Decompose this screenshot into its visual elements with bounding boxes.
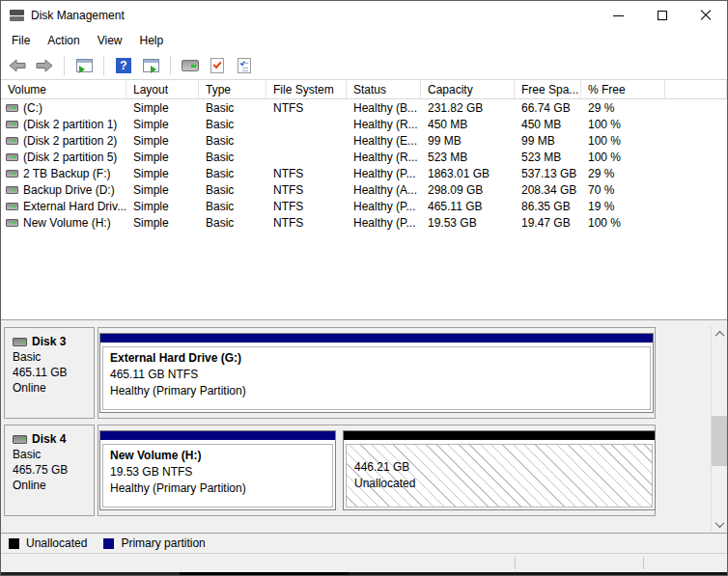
partition-unallocated[interactable]: 446.21 GB Unallocated xyxy=(343,430,656,510)
column-header-capacity[interactable]: Capacity xyxy=(421,80,515,98)
properties-button[interactable] xyxy=(234,55,255,76)
column-header-pct-free[interactable]: % Free xyxy=(581,80,665,98)
column-header-status[interactable]: Status xyxy=(347,80,421,98)
menu-help[interactable]: Help xyxy=(131,31,173,50)
volume-pct-free: 70 % xyxy=(581,181,665,198)
rescan-disks-button[interactable] xyxy=(180,55,201,76)
column-header-layout[interactable]: Layout xyxy=(126,80,199,98)
help-button[interactable]: ? xyxy=(113,55,134,76)
toolbar: ? xyxy=(1,51,727,80)
volume-pct-free: 29 % xyxy=(581,165,665,181)
scroll-up-button[interactable] xyxy=(712,326,728,343)
volume-layout: Simple xyxy=(126,165,199,181)
disk-name: Disk 4 xyxy=(32,431,66,447)
vertical-scrollbar[interactable] xyxy=(711,326,727,533)
status-bar xyxy=(1,553,727,572)
partition-external-hard-drive-g[interactable]: External Hard Drive (G:) 465.11 GB NTFS … xyxy=(99,333,654,413)
show-console-tree-button[interactable] xyxy=(73,55,95,76)
column-header-filler xyxy=(665,80,727,98)
volume-list: Volume Layout Type File System Status Ca… xyxy=(1,80,727,319)
table-row[interactable]: (Disk 2 partition 5) Simple Basic Health… xyxy=(1,149,727,165)
volume-name: Backup Drive (D:) xyxy=(23,183,115,197)
status-bar-divider xyxy=(643,557,644,569)
minimize-button[interactable] xyxy=(597,1,640,30)
volume-icon xyxy=(6,104,18,112)
volume-fs: NTFS xyxy=(266,198,347,214)
volume-free: 99 MB xyxy=(515,132,581,149)
table-row[interactable]: New Volume (H:) Simple Basic NTFS Health… xyxy=(1,214,727,231)
close-icon xyxy=(700,10,712,21)
volume-layout: Simple xyxy=(126,198,199,214)
volume-capacity: 450 MB xyxy=(421,116,515,132)
volume-capacity: 231.82 GB xyxy=(421,99,515,116)
disk-management-app-icon xyxy=(10,10,25,21)
disk-type: Basic xyxy=(13,349,94,365)
legend-primary-partition-label: Primary partition xyxy=(121,536,205,550)
menu-action[interactable]: Action xyxy=(39,31,88,50)
table-row[interactable]: External Hard Driv... Simple Basic NTFS … xyxy=(1,198,727,214)
volume-pct-free: 100 % xyxy=(581,116,665,132)
menu-file[interactable]: File xyxy=(3,31,39,50)
volume-pct-free: 100 % xyxy=(581,132,665,149)
volume-name: (Disk 2 partition 1) xyxy=(23,118,117,131)
show-action-pane-button[interactable] xyxy=(140,55,161,76)
disk4-partition-strip: New Volume (H:) 19.53 GB NTFS Healthy (P… xyxy=(98,425,656,516)
show-action-pane-icon xyxy=(143,59,159,72)
volume-pct-free: 29 % xyxy=(581,99,665,116)
partition-info: 465.11 GB NTFS xyxy=(110,367,643,383)
volume-layout: Simple xyxy=(126,149,199,165)
toolbar-separator xyxy=(64,56,65,75)
volume-icon xyxy=(6,121,18,128)
partition-health: Healthy (Primary Partition) xyxy=(110,383,643,399)
volume-status: Healthy (R... xyxy=(347,116,421,132)
column-header-volume[interactable]: Volume xyxy=(1,80,126,98)
volume-icon xyxy=(6,219,18,227)
table-row[interactable]: (C:) Simple Basic NTFS Healthy (B... 231… xyxy=(1,99,727,116)
volume-free: 450 MB xyxy=(515,116,581,132)
volume-name: (C:) xyxy=(23,101,42,115)
forward-icon xyxy=(36,59,53,72)
check-disk-button[interactable] xyxy=(207,55,228,76)
maximize-button[interactable] xyxy=(640,1,684,30)
scrollbar-thumb[interactable] xyxy=(712,416,728,466)
chevron-up-icon xyxy=(715,331,725,341)
volume-type: Basic xyxy=(199,132,266,149)
column-header-type[interactable]: Type xyxy=(199,80,266,98)
volume-status: Healthy (P... xyxy=(347,165,421,181)
menu-view[interactable]: View xyxy=(89,31,131,50)
volume-pct-free: 19 % xyxy=(581,198,665,214)
disk4-info-panel[interactable]: Disk 4 Basic 465.75 GB Online xyxy=(4,425,95,516)
menu-bar: File Action View Help xyxy=(1,30,727,51)
window-title: Disk Management xyxy=(31,9,125,22)
volume-name: (Disk 2 partition 5) xyxy=(23,151,117,164)
volume-type: Basic xyxy=(199,116,266,132)
column-header-free-space[interactable]: Free Spa... xyxy=(515,80,581,98)
table-row[interactable]: Backup Drive (D:) Simple Basic NTFS Heal… xyxy=(1,181,727,198)
disk3-info-panel[interactable]: Disk 3 Basic 465.11 GB Online xyxy=(4,327,95,419)
volume-status: Healthy (P... xyxy=(347,198,421,214)
table-row[interactable]: 2 TB Backup (F:) Simple Basic NTFS Healt… xyxy=(1,165,727,181)
volume-layout: Simple xyxy=(126,99,199,116)
close-button[interactable] xyxy=(684,1,727,30)
table-row[interactable]: (Disk 2 partition 2) Simple Basic Health… xyxy=(1,132,727,149)
volume-fs: NTFS xyxy=(266,181,347,198)
table-row[interactable]: (Disk 2 partition 1) Simple Basic Health… xyxy=(1,116,727,132)
legend-bar: Unallocated Primary partition xyxy=(1,533,727,553)
partition-new-volume-h[interactable]: New Volume (H:) 19.53 GB NTFS Healthy (P… xyxy=(99,430,336,510)
primary-partition-swatch xyxy=(103,538,114,549)
pane-splitter[interactable] xyxy=(1,319,727,326)
volume-fs xyxy=(266,132,347,149)
volume-type: Basic xyxy=(199,214,266,231)
column-header-file-system[interactable]: File System xyxy=(266,80,347,98)
back-button[interactable] xyxy=(7,55,28,76)
disk-row-disk4: Disk 4 Basic 465.75 GB Online New Volume… xyxy=(4,425,710,516)
volume-capacity: 99 MB xyxy=(421,132,515,149)
disk-size: 465.11 GB xyxy=(13,365,94,380)
graphical-disk-view: Disk 3 Basic 465.11 GB Online External H… xyxy=(1,326,727,533)
volume-layout: Simple xyxy=(126,214,199,231)
volume-name: 2 TB Backup (F:) xyxy=(23,167,110,180)
forward-button[interactable] xyxy=(34,55,55,76)
unallocated-state: Unallocated xyxy=(354,476,645,492)
disk-type: Basic xyxy=(13,447,94,462)
scroll-down-button[interactable] xyxy=(712,516,728,533)
